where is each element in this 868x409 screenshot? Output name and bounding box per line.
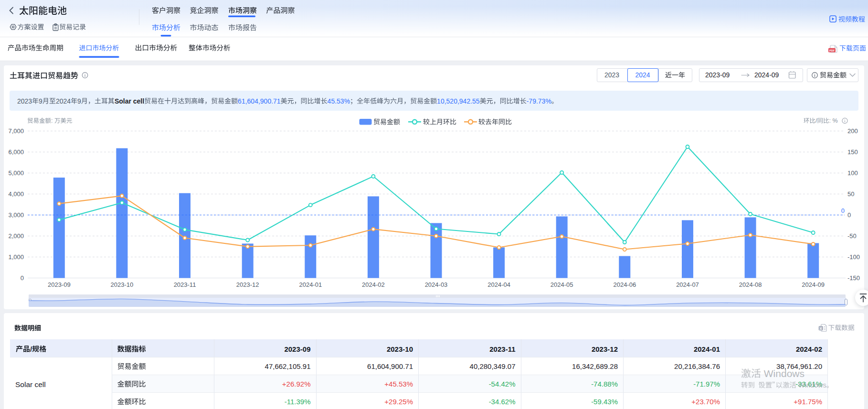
svg-text:+26.92%: +26.92%	[282, 380, 311, 388]
svg-text:-34.62%: -34.62%	[489, 398, 516, 406]
svg-text:40,280,349.07: 40,280,349.07	[470, 362, 516, 370]
svg-text:2024-09: 2024-09	[802, 281, 825, 288]
svg-text:0: 0	[21, 274, 24, 282]
svg-text:47,662,105.91: 47,662,105.91	[265, 362, 311, 370]
svg-text:1,000: 1,000	[8, 253, 24, 261]
svg-text:2023-09: 2023-09	[705, 71, 730, 79]
svg-text:Windows: Windows	[764, 368, 804, 379]
svg-text:2023-10: 2023-10	[387, 345, 413, 353]
svg-text:3,000: 3,000	[8, 211, 24, 219]
svg-text:2024-07: 2024-07	[676, 281, 699, 288]
svg-text:2023-10: 2023-10	[111, 281, 134, 288]
svg-text:2024-06: 2024-06	[613, 281, 636, 288]
svg-text:Solar cell: Solar cell	[115, 97, 144, 105]
svg-text:-54.42%: -54.42%	[489, 380, 516, 388]
svg-text:-50: -50	[847, 232, 857, 240]
svg-text:2024-03: 2024-03	[425, 281, 448, 288]
svg-text:+23.70%: +23.70%	[691, 398, 720, 406]
svg-text::: :	[51, 117, 53, 124]
svg-text:16,342,689.28: 16,342,689.28	[572, 362, 618, 370]
svg-text:-59.43%: -59.43%	[591, 398, 618, 406]
svg-text:2023-09: 2023-09	[48, 281, 71, 288]
svg-text:2024: 2024	[635, 71, 650, 79]
svg-text:+29.25%: +29.25%	[384, 398, 413, 406]
svg-text:Windows: Windows	[798, 381, 826, 389]
svg-text:2023: 2023	[604, 71, 619, 79]
svg-text:+91.75%: +91.75%	[794, 398, 822, 406]
svg-text:45.53%: 45.53%	[328, 97, 350, 105]
svg-text:2024-08: 2024-08	[739, 281, 762, 288]
svg-text:2024: 2024	[56, 97, 71, 105]
svg-text:-100: -100	[847, 253, 860, 261]
svg-text:2023: 2023	[17, 97, 32, 105]
svg-text:0: 0	[841, 207, 845, 214]
svg-text:7,000: 7,000	[8, 127, 24, 135]
svg-text:50: 50	[847, 190, 854, 198]
svg-text:+45.53%: +45.53%	[384, 380, 413, 388]
svg-text:2024-05: 2024-05	[550, 281, 573, 288]
svg-text:-150: -150	[847, 274, 860, 282]
svg-text:2024-02: 2024-02	[796, 345, 822, 353]
svg-text:2024-01: 2024-01	[694, 345, 720, 353]
svg-text:4,000: 4,000	[8, 190, 24, 198]
svg-text:2,000: 2,000	[8, 232, 24, 240]
svg-text:10,520,942.55: 10,520,942.55	[437, 97, 480, 105]
svg-text:61,604,900.71: 61,604,900.71	[238, 97, 281, 105]
svg-text:-74.88%: -74.88%	[591, 380, 618, 388]
svg-text:PDF: PDF	[829, 49, 835, 52]
svg-text:6,000: 6,000	[8, 148, 24, 156]
svg-text:2024-04: 2024-04	[487, 281, 510, 288]
svg-text:-71.97%: -71.97%	[693, 380, 720, 388]
svg-text:2023-11: 2023-11	[489, 345, 515, 353]
svg-text:2024-09: 2024-09	[754, 71, 779, 79]
svg-text:: %: : %	[829, 117, 838, 124]
svg-text:0: 0	[847, 211, 851, 219]
svg-text:2024-01: 2024-01	[299, 281, 322, 288]
svg-text:200: 200	[847, 127, 858, 135]
svg-text:2023-12: 2023-12	[592, 345, 618, 353]
svg-text:2023-11: 2023-11	[174, 281, 196, 288]
svg-text:2023-12: 2023-12	[236, 281, 259, 288]
svg-text:/: /	[30, 345, 32, 353]
svg-text:-11.39%: -11.39%	[285, 398, 311, 406]
svg-text:X: X	[820, 327, 822, 330]
svg-text:150: 150	[847, 148, 858, 156]
svg-text:20,216,384.76: 20,216,384.76	[674, 362, 720, 370]
svg-text:100: 100	[847, 169, 858, 177]
svg-text:2024-02: 2024-02	[362, 281, 385, 288]
svg-text:5,000: 5,000	[8, 169, 24, 177]
svg-text:-79.73%: -79.73%	[527, 97, 551, 105]
svg-text:61,604,900.71: 61,604,900.71	[367, 362, 413, 370]
svg-text:9: 9	[39, 97, 42, 105]
svg-text:9: 9	[77, 97, 81, 105]
svg-text:Solar cell: Solar cell	[15, 380, 46, 388]
svg-text:/: /	[815, 117, 817, 124]
svg-text:2023-09: 2023-09	[284, 345, 310, 353]
